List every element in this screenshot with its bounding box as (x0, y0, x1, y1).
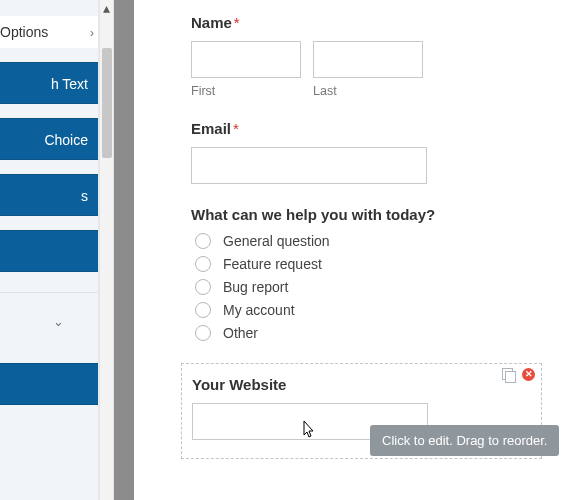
radio-icon (195, 325, 211, 341)
chevron-down-icon: ⌄ (53, 314, 64, 329)
radio-option[interactable]: General question (191, 233, 542, 249)
field-email[interactable]: Email* (134, 120, 562, 184)
field-name[interactable]: Name* First Last (134, 14, 562, 98)
radio-label: Feature request (223, 256, 322, 272)
field-label-text: Email (191, 120, 231, 137)
chevron-right-icon: › (90, 25, 94, 40)
radio-option[interactable]: Feature request (191, 256, 542, 272)
required-asterisk: * (233, 120, 239, 137)
first-name-input[interactable] (191, 41, 301, 78)
radio-label: Bug report (223, 279, 288, 295)
tab-options-label: Options (0, 24, 48, 40)
radio-label: Other (223, 325, 258, 341)
email-input[interactable] (191, 147, 427, 184)
panel-gutter (114, 0, 134, 500)
radio-option[interactable]: Other (191, 325, 542, 341)
required-asterisk: * (234, 14, 240, 31)
scroll-up-icon[interactable]: ▴ (100, 0, 113, 16)
field-type-button[interactable] (0, 230, 98, 272)
radio-icon (195, 233, 211, 249)
last-name-input[interactable] (313, 41, 423, 78)
field-label: Name* (191, 14, 542, 31)
scrollbar-thumb[interactable] (102, 48, 112, 158)
sidebar: Options › h Text Choice s ⌄ (0, 0, 99, 500)
field-label-text: Name (191, 14, 232, 31)
tab-options[interactable]: Options › (0, 16, 98, 48)
field-type-button[interactable]: h Text (0, 62, 98, 104)
field-help-topic[interactable]: What can we help you with today? General… (134, 206, 562, 341)
radio-option[interactable]: My account (191, 302, 542, 318)
radio-option[interactable]: Bug report (191, 279, 542, 295)
divider (0, 292, 98, 293)
field-label: What can we help you with today? (191, 206, 542, 223)
delete-icon[interactable]: ✕ (522, 368, 535, 381)
field-label: Your Website (192, 376, 531, 393)
radio-label: My account (223, 302, 295, 318)
last-name-sublabel: Last (313, 84, 423, 98)
scrollbar-vertical[interactable]: ▴ (99, 0, 114, 500)
radio-icon (195, 256, 211, 272)
field-type-button[interactable]: Choice (0, 118, 98, 160)
field-type-button[interactable] (0, 363, 98, 405)
radio-label: General question (223, 233, 330, 249)
accordion-toggle[interactable]: ⌄ (0, 303, 98, 339)
radio-icon (195, 279, 211, 295)
tooltip: Click to edit. Drag to reorder. (370, 425, 559, 456)
field-label: Email* (191, 120, 542, 137)
duplicate-icon[interactable] (502, 368, 516, 382)
first-name-sublabel: First (191, 84, 301, 98)
field-type-button[interactable]: s (0, 174, 98, 216)
radio-icon (195, 302, 211, 318)
